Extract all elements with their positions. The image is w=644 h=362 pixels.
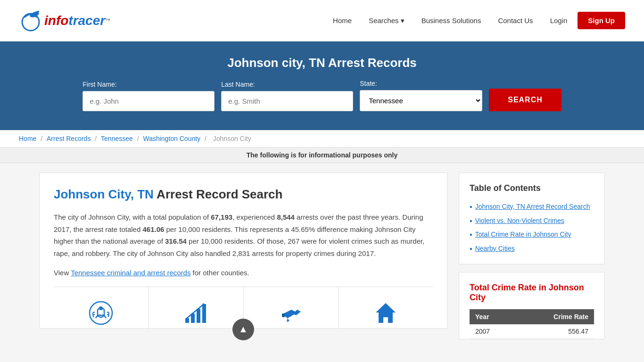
toc-item: Johnson City, TN Arrest Record Search [470, 200, 594, 214]
rate-col-header: Crime Rate [514, 309, 594, 324]
scroll-top-button[interactable]: ▲ [232, 319, 254, 340]
main-paragraph: The city of Johnson City, with a total p… [54, 211, 433, 259]
info-bar: The following is for informational purpo… [0, 148, 644, 163]
nav-business[interactable]: Business Solutions [415, 13, 488, 28]
svg-rect-10 [282, 313, 285, 317]
first-name-label: First Name: [83, 81, 215, 88]
state-label: State: [360, 80, 482, 87]
sidebar: Table of Contents Johnson City, TN Arres… [459, 173, 605, 339]
arrests-icon [88, 300, 114, 326]
scroll-top-icon: ▲ [239, 324, 248, 335]
year-col-header: Year [470, 309, 514, 324]
weapons-icon-cell [244, 287, 339, 329]
weapons-icon [278, 300, 304, 326]
first-name-input[interactable] [83, 91, 215, 111]
year-cell: 2007 [470, 324, 514, 339]
section-heading: Johnson City, TN Arrest Record Search [54, 187, 433, 202]
toc-link[interactable]: Johnson City, TN Arrest Record Search [475, 202, 590, 212]
content-left: Johnson City, TN Arrest Record Search Th… [39, 173, 447, 329]
toc-box: Table of Contents Johnson City, TN Arres… [459, 173, 605, 264]
breadcrumb-arrest[interactable]: Arrest Records [47, 135, 91, 142]
crime-table: Year Crime Rate 2007556.47 [470, 309, 594, 339]
login-button[interactable]: Login [544, 13, 574, 28]
logo-text: infotracer™ [44, 13, 110, 28]
crime-rate-box: Total Crime Rate in Johnson City Year Cr… [459, 272, 605, 339]
hero-section: Johnson city, TN Arrest Records First Na… [0, 41, 644, 130]
svg-rect-12 [383, 317, 388, 323]
page-title: Johnson city, TN Arrest Records [19, 56, 625, 70]
last-name-group: Last Name: [221, 81, 353, 111]
toc-list: Johnson City, TN Arrest Record SearchVio… [470, 200, 594, 255]
last-name-label: Last Name: [221, 81, 353, 88]
signup-button[interactable]: Sign Up [578, 12, 625, 29]
toc-heading: Table of Contents [470, 183, 594, 193]
svg-rect-7 [197, 309, 200, 323]
crime-rate-icon-cell [149, 287, 243, 329]
toc-item: Total Crime Rate in Johnson City [470, 228, 594, 242]
nav-contact[interactable]: Contact Us [491, 13, 539, 28]
toc-item: Nearby Cities [470, 242, 594, 256]
main-content: Johnson City, TN Arrest Record Search Th… [20, 173, 624, 339]
breadcrumb-city: Johnson City [213, 135, 251, 142]
site-header: infotracer™ Home Searches ▾ Business Sol… [0, 0, 644, 41]
first-name-group: First Name: [83, 81, 215, 111]
table-row: 2007556.47 [470, 324, 594, 339]
svg-point-4 [99, 306, 103, 310]
last-name-input[interactable] [221, 91, 353, 111]
tn-link[interactable]: Tennessee criminal and arrest records [71, 269, 190, 277]
main-nav: Home Searches ▾ Business Solutions Conta… [326, 12, 625, 29]
toc-link[interactable]: Violent vs. Non-Violent Crimes [475, 216, 564, 226]
toc-link[interactable]: Total Crime Rate in Johnson City [475, 230, 571, 239]
rate-cell: 556.47 [514, 324, 594, 339]
breadcrumb-state[interactable]: Tennessee [101, 135, 133, 142]
toc-link[interactable]: Nearby Cities [475, 244, 515, 254]
arrests-icon-cell [54, 287, 149, 329]
searches-chevron-icon: ▾ [401, 16, 405, 25]
state-group: State: Tennessee Alabama Alaska Arizona … [360, 80, 482, 111]
property-icon [373, 300, 398, 326]
logo: infotracer™ [19, 9, 110, 33]
toc-item: Violent vs. Non-Violent Crimes [470, 214, 594, 228]
state-select[interactable]: Tennessee Alabama Alaska Arizona Arkansa… [360, 90, 482, 111]
logo-icon [19, 9, 42, 33]
search-form: First Name: Last Name: State: Tennessee … [63, 80, 581, 111]
crime-rate-heading: Total Crime Rate in Johnson City [470, 283, 594, 303]
breadcrumb: Home / Arrest Records / Tennessee / Wash… [0, 130, 644, 148]
nav-searches[interactable]: Searches ▾ [362, 13, 411, 29]
breadcrumb-home[interactable]: Home [19, 135, 36, 142]
crime-rate-icon [183, 300, 208, 326]
search-button[interactable]: SEARCH [489, 89, 561, 111]
breadcrumb-county[interactable]: Washington County [143, 135, 200, 142]
property-icon-cell [339, 287, 433, 329]
view-records-line: View Tennessee criminal and arrest recor… [54, 267, 433, 279]
svg-rect-8 [202, 304, 206, 323]
nav-home[interactable]: Home [326, 13, 358, 28]
